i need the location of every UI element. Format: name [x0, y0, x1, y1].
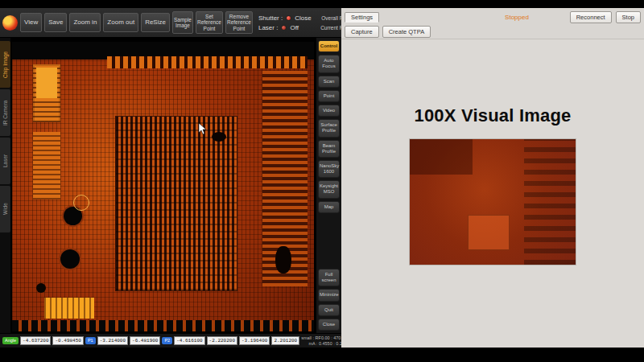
chip-feature	[275, 246, 291, 274]
visual-image-title: 100X Visual Image	[415, 105, 572, 126]
microscope-app-window: View Save Zoom in Zoom out ReSize Sample…	[0, 8, 341, 348]
coordinate-value: -4.616100	[174, 336, 204, 345]
chip-feature	[12, 320, 314, 331]
chip-feature	[115, 116, 237, 291]
reference-point-marker	[73, 195, 89, 211]
point-button[interactable]: Point	[318, 90, 340, 102]
laser-label: Laser :	[258, 24, 278, 31]
chip-feature	[36, 68, 57, 98]
shutter-laser-controls: Shutter : Close Laser : Off	[258, 14, 312, 31]
surface-profile-button[interactable]: Surface Profile	[318, 119, 340, 137]
scan-button[interactable]: Scan	[318, 76, 340, 88]
shutter-label: Shutter :	[258, 14, 283, 22]
create-qtpa-button[interactable]: Create QTPA	[382, 26, 431, 38]
sample-image-button[interactable]: Sample Image	[172, 11, 193, 34]
close-button[interactable]: Close	[318, 319, 340, 331]
chip-feature	[44, 298, 94, 319]
tab-ir-camera[interactable]: IR Camera	[0, 89, 10, 136]
connection-status-text: Stopped	[505, 14, 529, 21]
settings-tab[interactable]: Settings	[345, 12, 379, 23]
laser-value: Off	[290, 24, 299, 31]
auto-focus-button[interactable]: Auto Focus	[318, 55, 340, 72]
full-screen-button[interactable]: Full screen	[318, 269, 340, 286]
right-control-column: Control Auto Focus Scan Point Video Surf…	[316, 38, 341, 333]
coordinate-value: -3.214000	[97, 336, 128, 345]
nanosky-1600-button[interactable]: NanoSky 1600	[318, 160, 340, 178]
laser-off-radio[interactable]	[281, 25, 287, 31]
video-button[interactable]: Video	[318, 105, 340, 117]
preview-feature	[524, 139, 576, 265]
view-button[interactable]: View	[20, 13, 42, 32]
screen: View Save Zoom in Zoom out ReSize Sample…	[0, 0, 644, 362]
coordinate-value: -3.196400	[239, 336, 270, 345]
chip-feature	[212, 132, 226, 142]
coordinate-value: -4.637200	[20, 336, 51, 345]
preview-feature	[410, 139, 473, 175]
tab-laser[interactable]: Laser	[0, 138, 10, 184]
quit-button[interactable]: Quit	[318, 304, 340, 316]
chip-feature	[33, 132, 60, 200]
chip-feature	[12, 42, 31, 331]
coordinate-value: -6.481900	[130, 336, 160, 345]
position-badge: P2	[162, 337, 172, 344]
chip-image-canvas[interactable]	[10, 38, 316, 333]
chip-feature	[36, 283, 46, 293]
minimize-button[interactable]: Minimize	[318, 289, 340, 301]
chip-die-image	[12, 42, 314, 331]
reconnect-button[interactable]: Reconnect	[570, 11, 612, 23]
map-button[interactable]: Map	[318, 201, 340, 213]
remove-reference-point-button[interactable]: Remove Reference Point	[225, 11, 253, 34]
mouse-cursor-icon	[199, 123, 207, 134]
capture-panel-window: Settings Stopped Reconnect Stop Capture …	[341, 8, 644, 348]
tab-wide[interactable]: Wide	[0, 186, 10, 232]
preview-feature	[468, 215, 510, 250]
zoom-in-button[interactable]: Zoom in	[69, 13, 101, 32]
zoom-out-button[interactable]: Zoom out	[103, 13, 138, 32]
capture-panel-main: 100X Visual Image	[341, 39, 644, 348]
spacer	[318, 216, 340, 266]
main-toolbar: View Save Zoom in Zoom out ReSize Sample…	[0, 8, 341, 38]
angle-badge[interactable]: Angle	[2, 337, 19, 344]
visual-image-preview[interactable]	[410, 139, 576, 265]
stop-button[interactable]: Stop	[616, 11, 641, 23]
left-tab-strip: Chip Image IR Camera Laser Wide	[0, 38, 10, 333]
control-tab-button[interactable]: Control	[318, 40, 340, 52]
capture-panel-header: Settings Stopped Reconnect Stop Capture …	[341, 8, 644, 39]
status-bar: Angle -4.637200 -0.498450 P1 -3.214000 -…	[0, 333, 341, 348]
save-button[interactable]: Save	[44, 13, 67, 32]
coordinate-value: -0.498450	[52, 336, 83, 345]
chip-feature	[60, 249, 80, 269]
shutter-close-radio[interactable]	[286, 15, 291, 21]
keysight-mso-button[interactable]: Keysight MSO	[318, 180, 340, 198]
tab-chip-image[interactable]: Chip Image	[0, 41, 10, 88]
beam-profile-button[interactable]: Beam Profile	[318, 140, 340, 158]
resize-button[interactable]: ReSize	[141, 13, 170, 32]
app-logo-icon	[2, 15, 18, 31]
position-badge: P1	[85, 337, 96, 344]
set-reference-point-button[interactable]: Set Reference Point	[196, 11, 223, 34]
coordinate-value: -2.220200	[207, 336, 237, 345]
shutter-value: Close	[295, 14, 311, 22]
coordinate-value: 2.201200	[271, 336, 299, 345]
capture-button[interactable]: Capture	[345, 26, 379, 38]
chip-feature	[107, 56, 308, 68]
